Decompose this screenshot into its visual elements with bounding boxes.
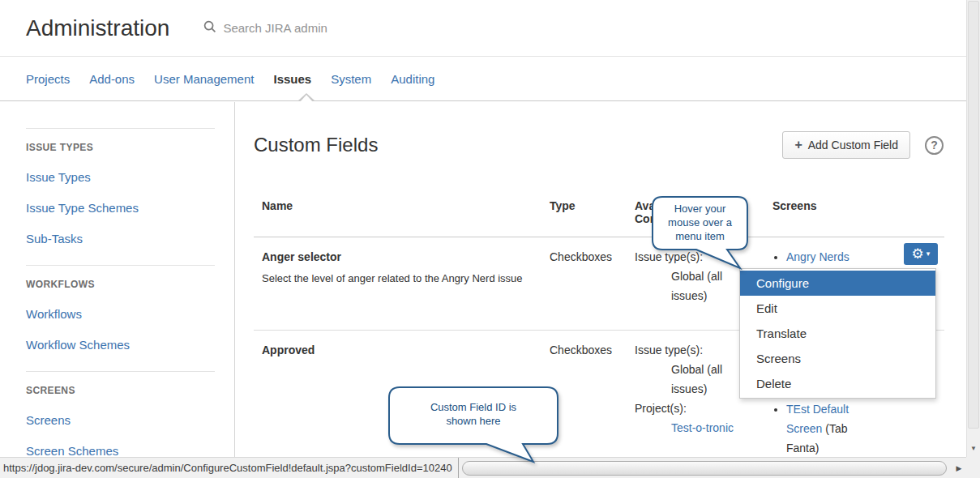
screen-link-angry-nerds[interactable]: Angry Nerds: [786, 250, 849, 263]
scrollbar-corner: [966, 457, 980, 478]
column-header-type: Type: [541, 193, 627, 237]
sidebar-heading-issue-types: ISSUE TYPES: [26, 142, 215, 153]
sidebar-item-issue-type-schemes[interactable]: Issue Type Schemes: [26, 201, 215, 215]
vertical-scrollbar-thumb[interactable]: [968, 1, 979, 429]
gear-icon: ⚙: [912, 247, 924, 261]
menu-item-translate[interactable]: Translate: [740, 321, 935, 346]
callout-text-menu: Hover your mouse over a menu item: [653, 202, 747, 243]
sidebar-item-screen-schemes[interactable]: Screen Schemes: [26, 444, 215, 458]
sidebar-section-issue-types: ISSUE TYPES Issue Types Issue Type Schem…: [26, 128, 215, 245]
table-header-row: Name Type Available Context(s) Screens: [254, 193, 944, 237]
admin-nav: Projects Add-ons User Management Issues …: [0, 57, 980, 101]
context-issue-type-label: Issue type(s):: [635, 340, 756, 360]
tab-addons[interactable]: Add-ons: [89, 72, 135, 86]
admin-header: Administration: [0, 0, 980, 57]
scroll-right-icon[interactable]: ▶: [952, 464, 966, 472]
search-icon: [203, 20, 216, 36]
sidebar-heading-screens: SCREENS: [26, 385, 215, 396]
menu-item-delete[interactable]: Delete: [740, 371, 935, 396]
field-name: Approved: [262, 340, 533, 360]
project-link-test-o-tronic[interactable]: Test-o-tronic: [671, 421, 734, 434]
admin-search: [203, 20, 466, 36]
column-header-screens: Screens: [764, 193, 944, 237]
plus-icon: +: [794, 138, 802, 152]
sidebar-item-issue-types[interactable]: Issue Types: [26, 170, 215, 184]
menu-item-screens[interactable]: Screens: [740, 346, 935, 371]
tab-system[interactable]: System: [331, 72, 371, 86]
menu-item-edit[interactable]: Edit: [740, 296, 935, 321]
field-description: Select the level of anger related to the…: [262, 270, 533, 287]
search-input[interactable]: [223, 21, 466, 35]
chevron-down-icon: ▾: [927, 250, 931, 258]
sidebar-item-screens[interactable]: Screens: [26, 413, 215, 427]
tab-issues[interactable]: Issues: [273, 72, 311, 86]
field-type-cell: Checkboxes: [541, 237, 627, 330]
sidebar-section-workflows: WORKFLOWS Workflows Workflow Schemes: [26, 265, 215, 352]
tab-user-management[interactable]: User Management: [154, 72, 254, 86]
help-icon[interactable]: ?: [925, 136, 944, 155]
vertical-scrollbar[interactable]: ▼: [966, 0, 980, 457]
gear-menu-button[interactable]: ⚙ ▾: [904, 243, 938, 265]
page-title: Administration: [26, 15, 169, 41]
jira-admin-page: Administration Projects Add-ons User Man…: [0, 0, 980, 478]
field-name: Anger selector: [262, 247, 533, 267]
screen-list-item: TEst Default Screen (Tab Fanta): [786, 399, 865, 458]
sidebar-item-workflow-schemes[interactable]: Workflow Schemes: [26, 338, 215, 352]
sidebar-item-workflows[interactable]: Workflows: [26, 307, 215, 321]
screen-list-item: Angry Nerds: [786, 247, 865, 267]
menu-item-configure[interactable]: Configure: [740, 271, 935, 296]
column-header-name: Name: [254, 193, 541, 237]
issues-sidebar: ISSUE TYPES Issue Types Issue Type Schem…: [0, 102, 235, 478]
add-custom-field-button[interactable]: + Add Custom Field: [782, 131, 910, 159]
field-name-cell: Anger selector Select the level of anger…: [254, 237, 541, 330]
callout-text-field-id: Custom Field ID is shown here: [389, 400, 558, 428]
sidebar-item-sub-tasks[interactable]: Sub-Tasks: [26, 232, 215, 245]
context-project-label: Project(s):: [635, 399, 756, 418]
tab-auditing[interactable]: Auditing: [391, 72, 434, 86]
section-title: Custom Fields: [254, 134, 782, 156]
gear-dropdown-menu: Configure Edit Translate Screens Delete: [739, 268, 936, 399]
scroll-down-icon[interactable]: ▼: [967, 445, 980, 452]
sidebar-heading-workflows: WORKFLOWS: [26, 279, 215, 290]
tab-projects[interactable]: Projects: [26, 72, 70, 86]
